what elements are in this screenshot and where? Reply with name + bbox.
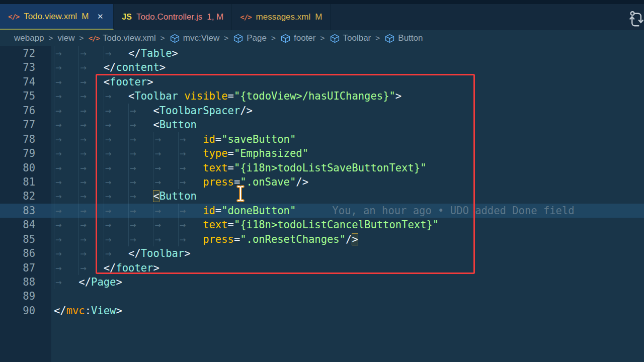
line-number[interactable]: 80 xyxy=(0,161,51,175)
breadcrumb-item-webapp[interactable]: webapp xyxy=(14,33,44,43)
code-token: = xyxy=(228,162,234,174)
tab-whitespace-marker: → xyxy=(54,146,78,160)
code-line-89[interactable]: 89 xyxy=(0,289,644,303)
code-content: →→→→→→text="{i18n>todoListSaveButtonText… xyxy=(51,161,644,175)
code-token: > xyxy=(116,305,122,317)
line-number[interactable]: 79 xyxy=(0,146,51,160)
line-number[interactable]: 74 xyxy=(0,75,51,89)
code-token: visible xyxy=(184,90,227,102)
code-line-73[interactable]: 73→→</content> xyxy=(0,60,644,74)
code-line-81[interactable]: 81→→→→→→press=".onSave"/> xyxy=(0,175,644,189)
line-number[interactable]: 76 xyxy=(0,104,51,118)
line-number[interactable]: 86 xyxy=(0,246,51,260)
code-line-85[interactable]: 85→→→→→→press=".onResetChanges"/> xyxy=(0,232,644,246)
code-token: "Emphasized" xyxy=(234,147,308,159)
tab-whitespace-marker: → xyxy=(54,218,78,232)
swap-changes-icon[interactable] xyxy=(626,9,644,32)
code-token: /> xyxy=(296,176,308,188)
line-number[interactable]: 85 xyxy=(0,232,51,246)
code-line-82[interactable]: 82→→→→<Button xyxy=(0,189,644,203)
tab-whitespace-marker: → xyxy=(178,132,203,146)
tab-whitespace-marker: → xyxy=(128,204,153,218)
tab-whitespace-marker: → xyxy=(178,204,203,218)
breadcrumb-item-toolbar[interactable]: Toolbar xyxy=(330,33,371,44)
tab-whitespace-marker: → xyxy=(128,232,153,246)
code-token: ".onResetChanges" xyxy=(240,233,346,245)
code-content: →→→→→→text="{i18n>todoListCancelButtonTe… xyxy=(51,218,644,232)
code-line-79[interactable]: 79→→→→→→type="Emphasized" xyxy=(0,146,644,160)
code-content: →→→→→→id="saveButton" xyxy=(51,132,644,146)
editor-code-area[interactable]: 72→→→</Table>73→→</content>74→→<footer>7… xyxy=(0,46,644,362)
code-content: →→→→→→id="doneButton"You, an hour ago • … xyxy=(51,204,644,218)
code-line-88[interactable]: 88→</Page> xyxy=(0,275,644,289)
tab-modified-badge: M xyxy=(82,12,89,22)
tab-todo-controller-js[interactable]: JSTodo.Controller.js1, M xyxy=(114,4,232,30)
line-number[interactable]: 89 xyxy=(0,289,51,303)
code-content: →→→→<ToolbarSpacer/> xyxy=(51,104,644,118)
line-number[interactable]: 81 xyxy=(0,175,51,189)
close-icon[interactable]: ✕ xyxy=(95,12,105,22)
code-line-84[interactable]: 84→→→→→→text="{i18n>todoListCancelButton… xyxy=(0,218,644,232)
line-number[interactable]: 83 xyxy=(0,204,51,218)
code-line-72[interactable]: 72→→→</Table> xyxy=(0,46,644,60)
breadcrumb-item-footer[interactable]: footer xyxy=(280,33,315,44)
tab-messages-xml[interactable]: </>messages.xmlM xyxy=(232,4,331,30)
code-token: press xyxy=(203,176,234,188)
tab-whitespace-marker: → xyxy=(104,204,128,218)
line-number[interactable]: 72 xyxy=(0,46,51,60)
code-token: "saveButton" xyxy=(221,133,296,145)
breadcrumb-separator: > xyxy=(160,34,165,43)
line-number[interactable]: 88 xyxy=(0,275,51,289)
code-line-75[interactable]: 75→→→<Toolbar visible="{todoView>/hasUIC… xyxy=(0,89,644,103)
code-line-86[interactable]: 86→→→</Toolbar> xyxy=(0,246,644,260)
tab-whitespace-marker: → xyxy=(78,104,103,118)
line-number[interactable]: 82 xyxy=(0,189,51,203)
line-number[interactable]: 77 xyxy=(0,118,51,132)
code-token: Button xyxy=(159,190,197,202)
line-number[interactable]: 75 xyxy=(0,89,51,103)
tab-todo-view-xml[interactable]: </>Todo.view.xmlM✕ xyxy=(0,4,114,30)
code-token: / xyxy=(346,233,352,245)
tab-modified-badge: M xyxy=(315,12,322,22)
tab-whitespace-marker: → xyxy=(78,46,103,60)
line-number[interactable]: 78 xyxy=(0,132,51,146)
code-token: "{i18n>todoListSaveButtonText}" xyxy=(234,162,427,174)
code-line-74[interactable]: 74→→<footer> xyxy=(0,75,644,89)
tab-whitespace-marker: → xyxy=(104,189,128,203)
breadcrumb-label: Todo.view.xml xyxy=(103,33,156,43)
line-number[interactable]: 73 xyxy=(0,60,51,74)
code-line-77[interactable]: 77→→→→<Button xyxy=(0,118,644,132)
tab-whitespace-marker: → xyxy=(104,46,128,60)
code-line-87[interactable]: 87→→</footer> xyxy=(0,261,644,275)
code-content: →→→</Toolbar> xyxy=(51,246,644,260)
breadcrumb-item-todo-view-xml[interactable]: </>Todo.view.xml xyxy=(89,33,156,43)
tab-whitespace-marker: → xyxy=(104,161,128,175)
code-token: footer xyxy=(110,76,147,88)
tab-whitespace-marker: → xyxy=(54,75,78,89)
breadcrumb-item-mvc-view[interactable]: mvc:View xyxy=(170,33,219,44)
code-line-76[interactable]: 76→→→→<ToolbarSpacer/> xyxy=(0,104,644,118)
code-content: →→→→→→press=".onResetChanges"/> xyxy=(51,232,644,246)
tab-whitespace-marker: → xyxy=(54,232,78,246)
code-token: = xyxy=(234,233,240,245)
code-line-78[interactable]: 78→→→→→→id="saveButton" xyxy=(0,132,644,146)
cube-icon xyxy=(384,33,395,44)
code-token: ".onSave" xyxy=(240,176,296,188)
code-line-90[interactable]: 90</mvc:View> xyxy=(0,304,644,318)
breadcrumb-item-view[interactable]: view xyxy=(58,33,75,43)
breadcrumb-item-button[interactable]: Button xyxy=(384,33,423,44)
line-number[interactable]: 84 xyxy=(0,218,51,232)
breadcrumb-item-page[interactable]: Page xyxy=(233,33,267,44)
code-line-83[interactable]: 83→→→→→→id="doneButton"You, an hour ago … xyxy=(0,204,644,218)
tab-whitespace-marker: → xyxy=(78,118,103,132)
code-line-80[interactable]: 80→→→→→→text="{i18n>todoListSaveButtonTe… xyxy=(0,161,644,175)
breadcrumb-label: Page xyxy=(247,33,267,43)
code-token: < xyxy=(128,90,134,102)
line-number[interactable]: 90 xyxy=(0,304,51,318)
tab-whitespace-marker: → xyxy=(128,104,153,118)
code-token: Toolbar xyxy=(141,247,184,259)
line-number[interactable]: 87 xyxy=(0,261,51,275)
tab-bar: </>Todo.view.xmlM✕JSTodo.Controller.js1,… xyxy=(0,0,644,30)
code-token: press xyxy=(203,233,234,245)
code-token: id xyxy=(203,205,215,217)
